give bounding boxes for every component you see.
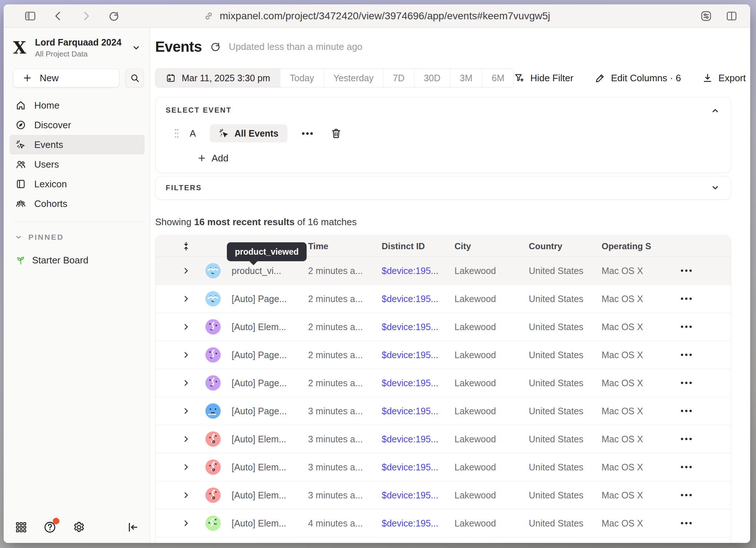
sidebar-item-starter-board[interactable]: Starter Board <box>9 250 145 270</box>
export-button[interactable]: Export <box>702 73 746 84</box>
event-options-icon[interactable]: ••• <box>302 128 314 138</box>
new-button[interactable]: New <box>13 68 119 87</box>
distinct-id-link[interactable]: $device:195... <box>378 462 451 473</box>
range-yesterday[interactable]: Yesterday <box>323 69 383 87</box>
expand-row-icon[interactable] <box>174 351 198 359</box>
row-actions-icon[interactable]: ••• <box>681 294 693 304</box>
updated-status: Updated less than a minute ago <box>229 41 362 52</box>
chevron-down-icon[interactable] <box>710 183 720 192</box>
column-header-distinct-id[interactable]: Distinct ID <box>378 241 451 251</box>
help-icon[interactable] <box>43 520 57 534</box>
event-name-cell[interactable]: product_vi... <box>228 266 305 276</box>
hide-filter-button[interactable]: Hide Filter <box>514 73 573 84</box>
sidebar-item-label: Events <box>34 139 63 150</box>
plus-icon <box>197 153 206 163</box>
url-bar[interactable]: mixpanel.com/project/3472420/view/397469… <box>204 10 550 22</box>
sidebar-item-events[interactable]: Events <box>9 135 145 154</box>
range-today[interactable]: Today <box>280 69 324 87</box>
chevron-up-icon[interactable] <box>710 106 720 116</box>
row-actions-icon[interactable]: ••• <box>681 406 693 416</box>
column-header-time[interactable]: Time <box>305 241 378 251</box>
event-name-cell[interactable]: [Auto] Page... <box>228 406 305 416</box>
event-name-cell[interactable]: [Auto] Page... <box>228 378 305 388</box>
pinned-section-header[interactable]: PINNED <box>15 233 150 242</box>
event-name-cell[interactable]: [Auto] Elem... <box>228 434 305 445</box>
event-name-cell[interactable]: [Auto] Elem... <box>228 518 305 529</box>
browser-sidebar-toggle-icon[interactable] <box>24 10 36 22</box>
expand-row-icon[interactable] <box>174 435 198 443</box>
page-settings-icon[interactable] <box>700 10 712 22</box>
range-3m[interactable]: 3M <box>450 69 482 87</box>
row-actions-icon[interactable]: ••• <box>681 266 693 275</box>
row-actions-icon[interactable]: ••• <box>681 350 693 360</box>
search-button[interactable] <box>125 68 144 87</box>
settings-gear-icon[interactable] <box>72 520 86 534</box>
city-cell: Lakewood <box>451 406 525 416</box>
expand-row-icon[interactable] <box>174 491 198 500</box>
trash-icon[interactable] <box>330 128 342 139</box>
back-button-icon[interactable] <box>52 10 64 22</box>
distinct-id-link[interactable]: $device:195... <box>378 434 451 445</box>
refresh-icon[interactable] <box>210 41 221 52</box>
expand-row-icon[interactable] <box>174 379 198 387</box>
time-cell: 3 minutes a... <box>305 490 378 501</box>
event-selector-chip[interactable]: All Events <box>210 124 287 142</box>
expand-row-icon[interactable] <box>174 407 198 415</box>
event-name-cell[interactable]: [Auto] Elem... <box>228 322 305 332</box>
distinct-id-link[interactable]: $device:195... <box>378 378 451 388</box>
event-name-cell[interactable]: [Auto] Elem... <box>228 490 305 501</box>
forward-button-icon[interactable] <box>80 10 92 22</box>
expand-row-icon[interactable] <box>174 322 198 331</box>
date-picker-segment[interactable]: Mar 11, 2025 3:30 pm <box>155 69 280 87</box>
city-cell: Lakewood <box>451 322 525 332</box>
collapse-sidebar-icon[interactable] <box>126 521 139 534</box>
select-event-card: SELECT EVENT A All Events <box>155 97 731 173</box>
reload-button-icon[interactable] <box>108 10 119 22</box>
sidebar-item-lexicon[interactable]: Lexicon <box>9 174 145 194</box>
distinct-id-link[interactable]: $device:195... <box>378 266 451 276</box>
event-name-cell[interactable]: [Auto] Page... <box>228 350 305 360</box>
row-actions-icon[interactable]: ••• <box>681 322 693 332</box>
project-switcher[interactable]: X Lord Farquaad 2024 All Project Data <box>13 37 141 58</box>
sidebar-item-users[interactable]: Users <box>9 154 145 174</box>
row-actions-icon[interactable]: ••• <box>681 434 693 444</box>
distinct-id-link[interactable]: $device:195... <box>378 518 451 529</box>
row-actions-icon[interactable]: ••• <box>681 462 693 472</box>
event-avatar <box>205 375 221 391</box>
distinct-id-link[interactable]: $device:195... <box>378 490 451 501</box>
row-actions-icon[interactable]: ••• <box>681 490 693 500</box>
sidebar-item-cohorts[interactable]: Cohorts <box>9 194 145 214</box>
distinct-id-link[interactable]: $device:195... <box>378 350 451 360</box>
column-header-country[interactable]: Country <box>525 241 598 251</box>
range-7d[interactable]: 7D <box>383 69 414 87</box>
filter-plus-icon <box>514 73 525 83</box>
mixpanel-logo: X <box>13 39 30 56</box>
collapse-rows-icon[interactable] <box>174 241 198 251</box>
add-event-button[interactable]: Add <box>197 153 228 163</box>
os-cell: Mac OS X <box>598 322 681 332</box>
range-6m[interactable]: 6M <box>482 69 514 87</box>
expand-row-icon[interactable] <box>174 463 198 471</box>
date-range-control: Mar 11, 2025 3:30 pm TodayYesterday7D30D… <box>155 68 514 87</box>
sidebar-item-discover[interactable]: Discover <box>9 115 145 135</box>
distinct-id-link[interactable]: $device:195... <box>378 294 451 304</box>
sidebar-item-home[interactable]: Home <box>9 95 145 115</box>
url-text: mixpanel.com/project/3472420/view/397469… <box>220 10 550 22</box>
apps-grid-icon[interactable] <box>15 521 28 534</box>
distinct-id-link[interactable]: $device:195... <box>378 322 451 332</box>
expand-row-icon[interactable] <box>174 294 198 303</box>
column-header-os[interactable]: Operating S <box>598 241 681 251</box>
distinct-id-link[interactable]: $device:195... <box>378 406 451 416</box>
event-name-cell[interactable]: [Auto] Page... <box>228 294 305 304</box>
expand-row-icon[interactable] <box>174 266 198 275</box>
os-cell: Mac OS X <box>598 350 681 360</box>
drag-handle-icon[interactable] <box>174 128 180 139</box>
edit-columns-button[interactable]: Edit Columns · 6 <box>595 73 681 84</box>
row-actions-icon[interactable]: ••• <box>681 518 693 528</box>
expand-row-icon[interactable] <box>174 519 198 528</box>
split-view-icon[interactable] <box>725 10 738 22</box>
event-name-cell[interactable]: [Auto] Elem... <box>228 462 305 473</box>
column-header-city[interactable]: City <box>451 241 525 251</box>
row-actions-icon[interactable]: ••• <box>681 378 693 388</box>
range-30d[interactable]: 30D <box>414 69 450 87</box>
